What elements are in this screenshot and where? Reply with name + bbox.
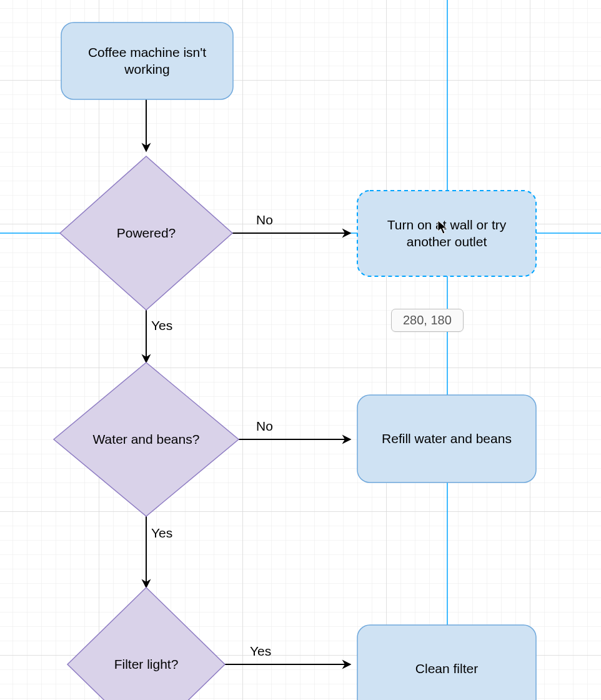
node-clean-filter[interactable]: Clean filter [357,625,536,700]
node-start[interactable]: Coffee machine isn't working [61,22,233,99]
node-turn-on-selected[interactable]: Turn on at wall or try another outlet [357,191,536,276]
node-powered-label: Powered? [117,225,176,241]
node-water-beans-label: Water and beans? [93,431,200,448]
node-filter-light-label: Filter light? [114,656,179,672]
diagram-canvas[interactable]: No Yes No Yes Yes Coffee machine isn't w… [0,0,601,700]
node-refill[interactable]: Refill water and beans [357,395,536,482]
size-tooltip: 280, 180 [391,309,464,332]
grid-background [0,0,601,700]
edge-label-powered-yes: Yes [151,318,172,332]
edge-label-filter-yes: Yes [250,644,271,658]
node-start-label: Coffee machine isn't working [69,44,226,78]
node-clean-filter-label: Clean filter [415,661,478,677]
edge-label-powered-no: No [256,212,273,227]
node-refill-label: Refill water and beans [382,431,512,447]
edge-label-water-yes: Yes [151,526,172,540]
edge-label-water-no: No [256,419,273,433]
node-turn-on-label: Turn on at wall or try another outlet [367,217,526,250]
